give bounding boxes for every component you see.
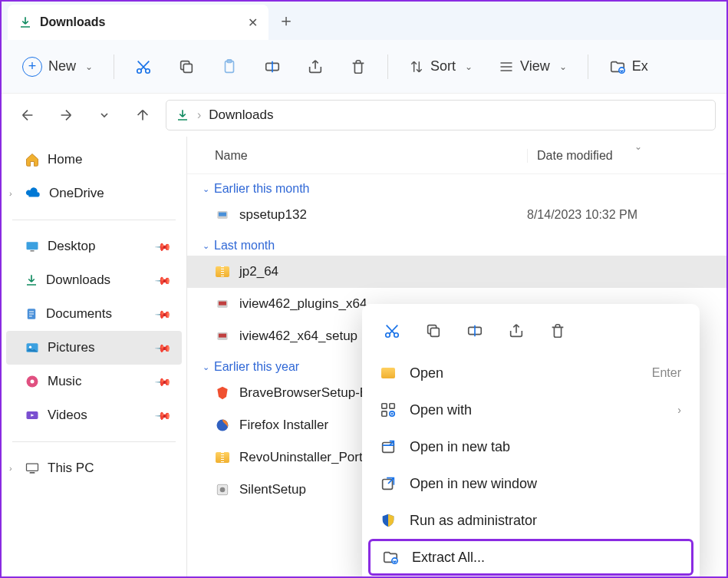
context-run-admin[interactable]: Run as administrator	[368, 502, 693, 539]
chevron-down-icon: ⌄	[559, 61, 567, 72]
paste-button[interactable]	[211, 48, 248, 85]
sidebar-item-home[interactable]: Home	[6, 143, 182, 177]
cut-button[interactable]	[376, 315, 408, 347]
svg-point-25	[220, 487, 226, 493]
sidebar-item-label: Documents	[46, 306, 112, 322]
new-tab-button[interactable]: ＋	[268, 3, 304, 38]
sort-indicator-icon: ⌄	[634, 141, 642, 152]
chevron-down-icon: ⌄	[203, 241, 209, 251]
cut-button[interactable]	[125, 48, 162, 85]
separator	[114, 54, 114, 79]
file-jp2[interactable]: jp2_64	[187, 256, 726, 288]
pin-icon: 📌	[154, 406, 172, 424]
svg-point-11	[29, 346, 31, 348]
sidebar-item-downloads[interactable]: Downloads 📌	[6, 263, 182, 297]
sidebar-item-label: OneDrive	[49, 186, 104, 201]
pin-icon: 📌	[154, 305, 172, 322]
sidebar-item-pictures[interactable]: Pictures 📌	[6, 331, 182, 365]
delete-button[interactable]	[340, 48, 377, 85]
download-icon	[176, 108, 189, 122]
onedrive-icon	[25, 185, 41, 202]
file-name: jp2_64	[239, 264, 278, 279]
share-button[interactable]	[297, 48, 334, 85]
svg-rect-15	[27, 464, 38, 471]
forward-button[interactable]	[51, 100, 81, 130]
expand-icon[interactable]: ›	[9, 464, 12, 473]
new-button[interactable]: + New ⌄	[12, 49, 103, 84]
sidebar-item-music[interactable]: Music 📌	[6, 365, 182, 398]
svg-rect-28	[430, 328, 439, 336]
extract-button[interactable]: Ex	[599, 49, 649, 84]
chevron-down-icon: ⌄	[203, 362, 209, 372]
context-extract-all[interactable]: Extract All...	[368, 539, 693, 576]
app-icon	[215, 418, 230, 433]
column-name[interactable]: Name	[215, 149, 527, 163]
context-open[interactable]: Open Enter	[368, 355, 693, 391]
group-earlier-month[interactable]: ⌄ Earlier this month	[187, 174, 726, 199]
sidebar-item-desktop[interactable]: Desktop 📌	[6, 230, 182, 263]
breadcrumb-location[interactable]: Downloads	[209, 107, 273, 123]
sort-button[interactable]: Sort ⌄	[399, 49, 483, 84]
tab-downloads[interactable]: Downloads ✕	[8, 5, 268, 40]
pin-icon: 📌	[154, 237, 172, 255]
chevron-down-icon: ⌄	[203, 184, 209, 194]
close-icon[interactable]: ✕	[248, 15, 258, 30]
sidebar-item-label: Home	[48, 152, 82, 167]
shield-icon	[379, 511, 397, 530]
back-button[interactable]	[12, 100, 43, 130]
context-open-window[interactable]: Open in new window	[368, 465, 693, 502]
recent-button[interactable]	[89, 100, 120, 130]
file-date: 8/14/2023 10:32 PM	[527, 208, 711, 222]
rename-button[interactable]	[459, 315, 491, 347]
context-item-label: Open in new window	[410, 476, 537, 492]
music-icon	[25, 374, 40, 389]
copy-button[interactable]	[417, 315, 450, 347]
nav-bar: › Downloads	[2, 94, 726, 137]
view-button[interactable]: View ⌄	[489, 49, 577, 84]
svg-point-23	[217, 420, 229, 431]
videos-icon	[25, 408, 40, 423]
copy-button[interactable]	[168, 48, 205, 85]
sidebar-item-label: This PC	[48, 461, 94, 476]
rename-button[interactable]	[254, 48, 291, 85]
context-open-tab[interactable]: Open in new tab	[368, 428, 693, 465]
zip-icon	[215, 450, 230, 465]
toolbar: + New ⌄ Sort ⌄ View ⌄ Ex	[2, 40, 726, 94]
chevron-down-icon: ⌄	[85, 61, 93, 72]
svg-rect-8	[31, 250, 35, 252]
file-name: iview462_x64_setup	[239, 329, 357, 344]
context-item-label: Open with	[410, 402, 472, 418]
group-last-month[interactable]: ⌄ Last month	[187, 231, 726, 256]
pin-icon: 📌	[154, 271, 172, 289]
separator	[588, 54, 588, 79]
svg-rect-7	[27, 242, 38, 249]
sidebar-item-videos[interactable]: Videos 📌	[6, 398, 182, 432]
sidebar-item-onedrive[interactable]: › OneDrive	[6, 177, 182, 210]
sidebar-item-documents[interactable]: Documents 📌	[6, 297, 182, 331]
svg-point-27	[394, 333, 399, 338]
up-button[interactable]	[127, 100, 158, 130]
sidebar-item-label: Music	[48, 374, 81, 389]
separator	[12, 441, 176, 442]
sidebar-item-label: Desktop	[48, 239, 95, 254]
svg-point-13	[31, 380, 35, 384]
sidebar-item-label: Pictures	[48, 340, 94, 355]
sidebar-item-thispc[interactable]: › This PC	[6, 451, 182, 485]
delete-button[interactable]	[542, 315, 574, 347]
app-icon	[215, 482, 230, 497]
file-spsetup[interactable]: spsetup132 8/14/2023 10:32 PM	[187, 199, 726, 231]
address-bar[interactable]: › Downloads	[166, 100, 716, 130]
svg-rect-22	[219, 334, 226, 338]
plus-icon: +	[22, 57, 42, 77]
separator	[387, 54, 388, 79]
home-icon	[25, 152, 40, 167]
context-menu: Open Enter Open with › Open in new tab O…	[362, 304, 700, 578]
context-item-label: Extract All...	[412, 550, 485, 566]
view-label: View	[520, 58, 550, 74]
separator	[12, 220, 176, 220]
expand-icon[interactable]: ›	[9, 189, 12, 198]
pc-icon	[25, 461, 40, 476]
column-modified[interactable]: ⌄ Date modified	[527, 149, 711, 163]
context-open-with[interactable]: Open with ›	[368, 391, 693, 428]
share-button[interactable]	[500, 315, 532, 347]
